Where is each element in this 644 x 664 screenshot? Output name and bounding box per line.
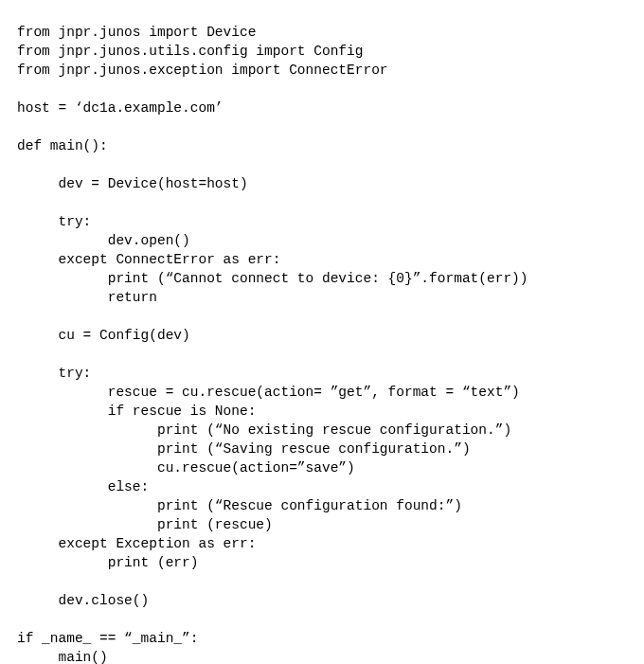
code-block: from jnpr.junos import Device from jnpr.…: [0, 0, 644, 664]
